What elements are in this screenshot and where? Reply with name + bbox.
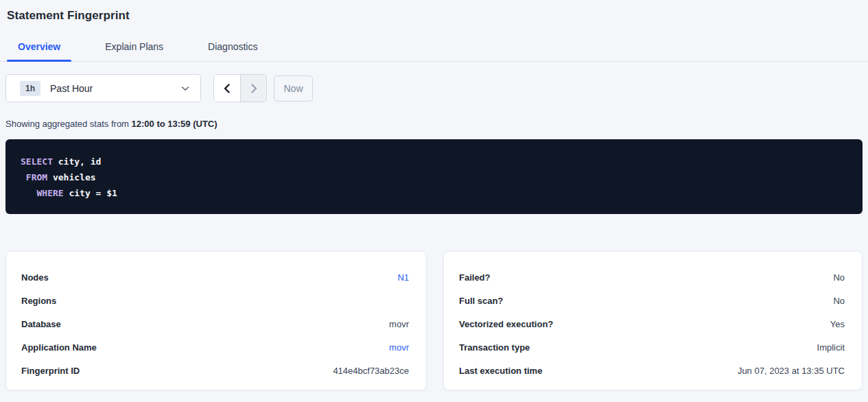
info-row: Database movr [21, 312, 409, 335]
sql-text: city, id [53, 156, 101, 167]
last-execution-time-value: Jun 07, 2023 at 13:35 UTC [738, 366, 845, 376]
info-label: Vectorized execution? [459, 319, 553, 329]
time-range-badge: 1h [20, 81, 40, 96]
next-time-button[interactable] [240, 75, 266, 102]
application-name-link[interactable]: movr [389, 342, 409, 353]
aggregated-stats-text: Showing aggregated stats from 12:00 to 1… [5, 119, 868, 129]
chevron-left-icon [223, 84, 231, 93]
info-row: Regions [21, 289, 409, 312]
sql-text: vehicles [47, 172, 95, 182]
chevron-down-icon [181, 86, 189, 91]
info-label: Full scan? [459, 296, 503, 306]
time-range-label: Past Hour [50, 83, 181, 94]
info-label: Database [21, 319, 61, 329]
time-controls: 1h Past Hour Now [5, 74, 868, 102]
info-label: Regions [21, 296, 56, 306]
info-label: Transaction type [459, 342, 530, 353]
info-row: Fingerprint ID 414e4bcf73ab23ce [21, 359, 409, 382]
page-title: Statement Fingerprint [0, 0, 868, 23]
prev-time-button[interactable] [214, 75, 240, 102]
tab-bar: Overview Explain Plans Diagnostics [0, 36, 868, 62]
tab-diagnostics[interactable]: Diagnostics [197, 41, 268, 61]
sql-statement-box: SELECT city, id FROM vehicles WHERE city… [5, 139, 863, 214]
fingerprint-id-value: 414e4bcf73ab23ce [333, 366, 409, 376]
now-button[interactable]: Now [274, 75, 313, 102]
info-row: Transaction type Implicit [459, 335, 845, 359]
statement-fingerprint-page: Statement Fingerprint Overview Explain P… [0, 0, 868, 402]
info-value: Implicit [817, 342, 845, 353]
info-cards: Nodes N1 Regions Database movr Applicati… [5, 251, 863, 390]
info-row: Full scan? No [459, 289, 845, 312]
info-value: No [833, 272, 845, 283]
execution-attributes-card: Failed? No Full scan? No Vectorized exec… [443, 251, 863, 390]
statement-details-card: Nodes N1 Regions Database movr Applicati… [5, 251, 427, 390]
info-label: Failed? [459, 272, 491, 283]
info-label: Last execution time [459, 366, 542, 376]
info-label: Fingerprint ID [21, 366, 80, 376]
info-row: Vectorized execution? Yes [459, 312, 845, 335]
tab-overview[interactable]: Overview [7, 41, 71, 61]
info-value: movr [389, 319, 409, 329]
aggregated-stats-range: 12:00 to 13:59 (UTC) [132, 119, 218, 129]
time-step-buttons [213, 74, 267, 102]
aggregated-stats-prefix: Showing aggregated stats from [5, 119, 132, 129]
sql-line: WHERE city = $1 [21, 185, 849, 201]
info-row: Last execution time Jun 07, 2023 at 13:3… [459, 359, 845, 382]
sql-keyword: SELECT [21, 156, 53, 167]
sql-line: FROM vehicles [21, 169, 849, 185]
tab-explain-plans[interactable]: Explain Plans [94, 41, 174, 61]
info-label: Nodes [21, 272, 49, 283]
info-value: No [833, 296, 845, 306]
info-row: Application Name movr [21, 335, 409, 359]
sql-keyword: WHERE [36, 188, 63, 198]
sql-text: city = $1 [64, 188, 117, 198]
info-label: Application Name [21, 342, 97, 353]
nodes-link[interactable]: N1 [397, 272, 409, 283]
info-row: Nodes N1 [21, 265, 409, 289]
info-row: Failed? No [459, 265, 845, 289]
time-range-dropdown[interactable]: 1h Past Hour [5, 74, 201, 102]
info-value: Yes [830, 319, 845, 329]
sql-line: SELECT city, id [21, 154, 849, 169]
sql-keyword: FROM [26, 172, 47, 182]
chevron-right-icon [250, 84, 258, 93]
